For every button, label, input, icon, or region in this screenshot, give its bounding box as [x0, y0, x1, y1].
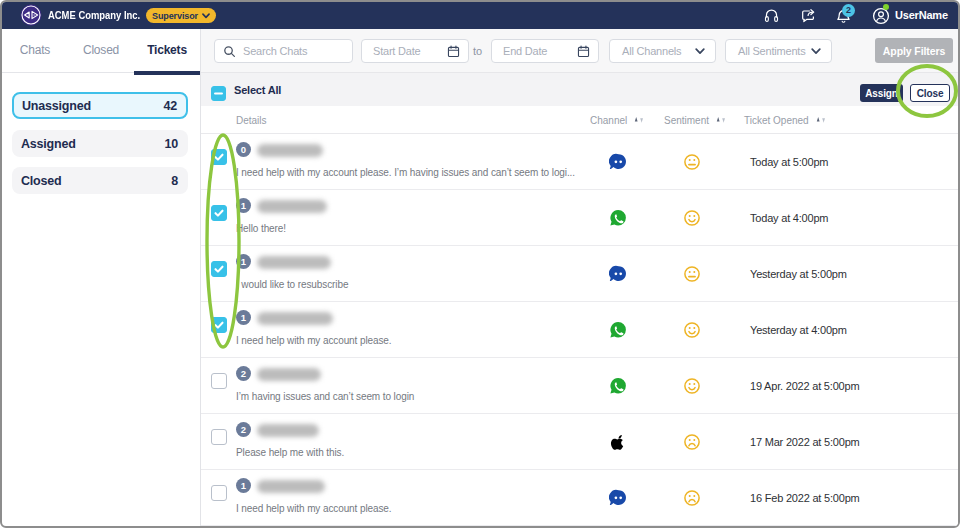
row-checkbox[interactable]	[211, 485, 227, 501]
date-range-separator: to	[473, 39, 482, 63]
customer-name-redacted	[257, 424, 319, 437]
ticket-row[interactable]: 1 I need help with my account please. 16…	[201, 470, 958, 526]
sentiment-icon	[683, 321, 701, 339]
channels-select[interactable]: All Channels	[609, 39, 716, 63]
chat-tabs: Chats Closed Tickets	[2, 29, 200, 73]
sidebar-item-count: 42	[163, 99, 177, 113]
customer-name-redacted	[257, 200, 327, 213]
sentiment-icon	[683, 377, 701, 395]
sidebar-item-closed[interactable]: Closed 8	[12, 167, 188, 194]
unread-count-badge: 1	[236, 254, 251, 269]
close-button[interactable]: Close	[910, 84, 950, 102]
ticket-opened-time: 16 Feb 2022 at 5:00pm	[750, 470, 860, 526]
headset-icon[interactable]	[764, 8, 779, 23]
sidebar-item-count: 8	[171, 174, 178, 188]
sentiment-icon	[683, 209, 701, 227]
channel-icon	[609, 265, 627, 283]
ticket-message: I need help with my account please.	[236, 335, 392, 346]
sidebar-item-label: Unassigned	[22, 99, 91, 113]
filter-bar: Search Chats Start Date to End Date All …	[201, 29, 958, 73]
ticket-row[interactable]: 1 I need help with my account please. Ye…	[201, 302, 958, 358]
unread-count-badge: 2	[236, 422, 251, 437]
check-icon	[212, 150, 226, 164]
select-all-checkbox[interactable]	[211, 86, 226, 101]
chevron-down-icon	[811, 48, 821, 55]
sentiment-icon	[683, 433, 701, 451]
unread-count-badge: 1	[236, 478, 251, 493]
sentiment-icon	[683, 489, 701, 507]
assign-button[interactable]: Assign	[860, 84, 903, 102]
end-date-input[interactable]: End Date	[491, 39, 599, 63]
ticket-row[interactable]: 1 Hello there! Today at 4:00pm	[201, 190, 958, 246]
row-checkbox[interactable]	[211, 149, 227, 165]
sidebar-item-label: Closed	[21, 174, 61, 188]
channel-icon	[609, 153, 627, 171]
ticket-opened-time: Yesterday at 4:00pm	[750, 302, 847, 358]
check-icon	[212, 318, 226, 332]
ticket-message: I need help with my account please. I’m …	[236, 167, 575, 178]
sort-arrows-icon[interactable]	[632, 117, 645, 123]
app-window: ACME Company Inc. Supervisor 2 UserName …	[0, 0, 960, 528]
top-navigation-bar: ACME Company Inc. Supervisor 2 UserName	[2, 2, 958, 29]
column-header-sentiment[interactable]: Sentiment	[664, 106, 727, 134]
select-all-label: Select All	[234, 73, 281, 106]
channel-icon	[609, 377, 627, 395]
username[interactable]: UserName	[895, 2, 948, 29]
end-date-placeholder: End Date	[503, 45, 547, 57]
search-chats-input[interactable]: Search Chats	[214, 39, 353, 63]
sidebar-item-assigned[interactable]: Assigned 10	[12, 130, 188, 157]
column-header-ticket-opened[interactable]: Ticket Opened	[744, 106, 827, 134]
chevron-down-icon	[695, 48, 705, 55]
notification-badge: 2	[842, 4, 855, 17]
column-header-details: Details	[236, 106, 267, 134]
tab-tickets[interactable]: Tickets	[134, 29, 200, 73]
ticket-opened-time: Yesterday at 5:00pm	[750, 246, 847, 302]
ticket-list: 0 I need help with my account please. I’…	[201, 134, 958, 526]
start-date-placeholder: Start Date	[373, 45, 421, 57]
company-logo-icon	[20, 4, 42, 26]
tab-chats[interactable]: Chats	[2, 29, 68, 73]
channel-icon	[609, 321, 627, 339]
online-status-dot	[883, 4, 889, 10]
channel-icon	[609, 209, 627, 227]
row-checkbox[interactable]	[211, 261, 227, 277]
ticket-message: Please help me with this.	[236, 447, 344, 458]
row-checkbox[interactable]	[211, 373, 227, 389]
start-date-input[interactable]: Start Date	[361, 39, 469, 63]
ticket-message: I would like to resubscribe	[236, 279, 348, 290]
sort-arrows-icon[interactable]	[814, 117, 827, 123]
ticket-message: I need help with my account please.	[236, 503, 392, 514]
sentiment-icon	[683, 153, 701, 171]
ticket-message: I’m having issues and can’t seem to logi…	[236, 391, 414, 402]
sort-arrows-icon[interactable]	[714, 117, 727, 123]
apply-filters-button[interactable]: Apply Filters	[875, 38, 953, 63]
ticket-opened-time: Today at 4:00pm	[750, 190, 828, 246]
sentiments-select[interactable]: All Sentiments	[725, 39, 832, 63]
ticket-row[interactable]: 1 I would like to resubscribe Yesterday …	[201, 246, 958, 302]
channels-placeholder: All Channels	[622, 45, 681, 57]
row-checkbox[interactable]	[211, 429, 227, 445]
ticket-opened-time: Today at 5:00pm	[750, 134, 828, 190]
sentiment-icon	[683, 265, 701, 283]
share-conversation-icon[interactable]	[801, 8, 816, 23]
ticket-row[interactable]: 0 I need help with my account please. I’…	[201, 134, 958, 190]
ticket-row[interactable]: 2 Please help me with this. 17 Mar 2022 …	[201, 414, 958, 470]
chevron-down-icon	[202, 13, 210, 19]
sidebar-item-unassigned[interactable]: Unassigned 42	[12, 92, 188, 119]
row-checkbox[interactable]	[211, 205, 227, 221]
tab-closed[interactable]: Closed	[68, 29, 134, 73]
sidebar-item-label: Assigned	[21, 137, 76, 151]
row-checkbox[interactable]	[211, 317, 227, 333]
sidebar-item-count: 10	[164, 137, 178, 151]
customer-name-redacted	[257, 312, 333, 325]
customer-name-redacted	[257, 368, 321, 381]
sentiments-placeholder: All Sentiments	[738, 45, 806, 57]
column-header-channel[interactable]: Channel	[590, 106, 645, 134]
role-selector[interactable]: Supervisor	[146, 8, 216, 23]
unread-count-badge: 1	[236, 310, 251, 325]
calendar-icon	[447, 45, 460, 58]
channel-icon	[609, 433, 627, 451]
search-icon	[223, 45, 236, 58]
ticket-row[interactable]: 2 I’m having issues and can’t seem to lo…	[201, 358, 958, 414]
role-label: Supervisor	[152, 11, 198, 21]
